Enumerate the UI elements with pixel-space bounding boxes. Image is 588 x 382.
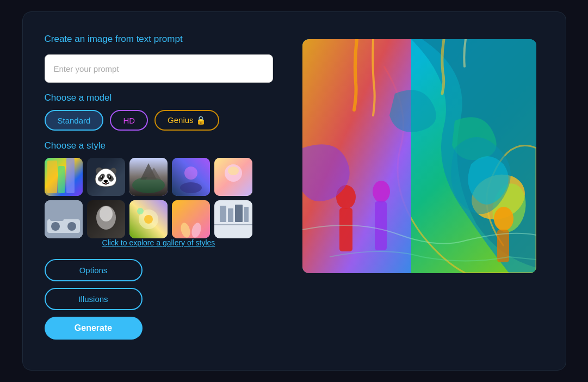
style-thumb-1[interactable] bbox=[45, 158, 83, 196]
style-thumb-5[interactable] bbox=[214, 158, 252, 196]
left-panel: Create an image from text prompt Choose … bbox=[45, 34, 273, 340]
illusions-button[interactable]: Illusions bbox=[45, 288, 143, 310]
svg-point-17 bbox=[67, 222, 76, 231]
style-thumb-3[interactable] bbox=[129, 158, 168, 196]
svg-rect-32 bbox=[235, 205, 243, 222]
style-thumb-1-art bbox=[45, 158, 83, 196]
art-canvas bbox=[302, 39, 536, 273]
style-thumb-9[interactable] bbox=[172, 200, 210, 238]
style-thumb-8-art bbox=[129, 200, 168, 238]
svg-rect-31 bbox=[228, 208, 233, 222]
style-thumb-9-art bbox=[172, 200, 210, 238]
options-button[interactable]: Options bbox=[45, 259, 143, 281]
style-thumb-7[interactable] bbox=[87, 200, 125, 238]
model-label: Choose a model bbox=[45, 93, 273, 103]
model-section: Choose a model Standard HD Genius 🔒 bbox=[45, 93, 273, 131]
panda-icon: 🐼 bbox=[94, 167, 118, 187]
svg-rect-26 bbox=[172, 200, 210, 238]
svg-rect-40 bbox=[339, 208, 352, 251]
style-thumb-7-art bbox=[87, 200, 125, 238]
svg-rect-33 bbox=[244, 207, 249, 222]
svg-rect-2 bbox=[58, 166, 65, 193]
main-container: Create an image from text prompt Choose … bbox=[22, 11, 566, 371]
style-thumb-8[interactable] bbox=[129, 200, 168, 238]
svg-rect-30 bbox=[220, 206, 226, 222]
svg-rect-18 bbox=[50, 211, 64, 221]
style-thumb-6-art bbox=[45, 200, 83, 238]
style-thumb-3-art bbox=[129, 158, 168, 196]
page-title: Create an image from text prompt bbox=[45, 34, 273, 45]
style-thumb-4-art bbox=[172, 158, 210, 196]
style-thumb-4[interactable] bbox=[172, 158, 210, 196]
svg-point-24 bbox=[144, 215, 153, 224]
svg-rect-1 bbox=[47, 161, 57, 193]
right-panel bbox=[295, 34, 544, 273]
style-label: Choose a style bbox=[45, 140, 273, 151]
style-thumb-5-art bbox=[214, 158, 252, 196]
genius-label: Genius 🔒 bbox=[168, 115, 206, 125]
gallery-link[interactable]: Click to explore a gallery of styles bbox=[45, 238, 273, 247]
svg-point-16 bbox=[51, 222, 60, 231]
style-thumb-6[interactable] bbox=[45, 200, 83, 238]
model-genius-button[interactable]: Genius 🔒 bbox=[154, 110, 219, 131]
model-buttons: Standard HD Genius 🔒 bbox=[45, 110, 273, 131]
style-thumb-2[interactable]: 🐼 bbox=[87, 158, 125, 196]
svg-point-10 bbox=[180, 182, 202, 193]
style-thumb-10[interactable] bbox=[214, 200, 252, 238]
svg-point-43 bbox=[494, 207, 513, 231]
action-buttons: Options Illusions Generate bbox=[45, 259, 273, 340]
generated-image bbox=[302, 39, 536, 273]
svg-rect-42 bbox=[375, 201, 387, 250]
svg-point-13 bbox=[228, 167, 239, 175]
model-hd-button[interactable]: HD bbox=[110, 110, 148, 131]
svg-point-25 bbox=[137, 208, 144, 214]
svg-point-41 bbox=[373, 181, 390, 202]
style-thumb-10-art bbox=[214, 200, 252, 238]
generate-button[interactable]: Generate bbox=[45, 317, 143, 340]
svg-point-9 bbox=[184, 167, 197, 180]
model-standard-button[interactable]: Standard bbox=[45, 110, 104, 131]
style-grid: 🐼 bbox=[45, 158, 273, 238]
svg-point-21 bbox=[100, 206, 113, 221]
style-section: Choose a style bbox=[45, 140, 273, 247]
svg-rect-3 bbox=[66, 158, 75, 193]
prompt-input[interactable] bbox=[45, 54, 273, 83]
